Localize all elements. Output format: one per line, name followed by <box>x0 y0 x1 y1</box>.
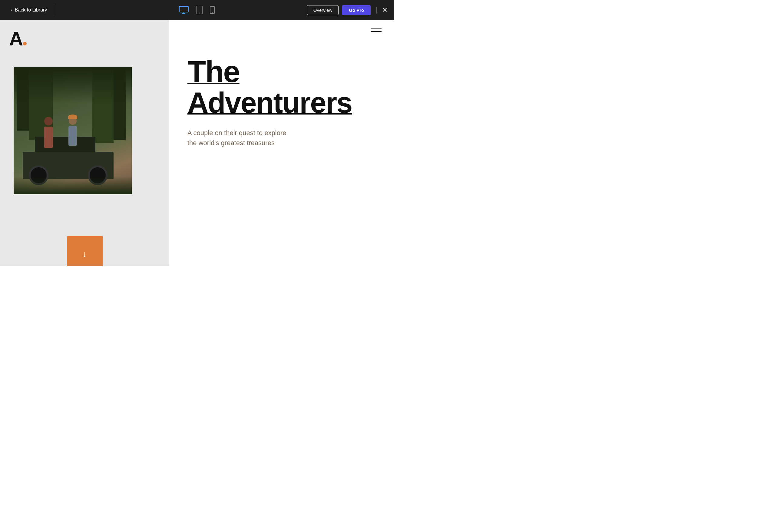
topbar-pipe-divider: | <box>376 6 377 14</box>
hero-subtitle-line2: the world's greatest treasures <box>187 139 275 147</box>
topbar-left: ‹ Back to Library <box>6 4 58 16</box>
hamburger-line-1 <box>371 28 381 29</box>
moss-overlay <box>14 67 132 103</box>
hero-image <box>14 67 132 194</box>
left-panel: A <box>0 20 169 266</box>
back-chevron-icon: ‹ <box>11 8 13 13</box>
ferns-overlay <box>14 176 132 194</box>
logo-letter: A <box>9 29 22 48</box>
person-1 <box>41 117 56 150</box>
topbar-center <box>179 6 215 14</box>
person-1-head <box>44 117 53 125</box>
person-2-body <box>69 126 77 146</box>
hero-title-line1: The <box>187 56 381 87</box>
back-label: Back to Library <box>15 7 47 13</box>
scene-background <box>14 67 132 194</box>
hero-title-area: The Adventurers A couple on their quest … <box>187 56 381 148</box>
hero-subtitle-line1: A couple on their quest to explore <box>187 129 287 137</box>
tablet-view-button[interactable] <box>196 6 202 14</box>
svg-rect-0 <box>179 6 188 12</box>
hamburger-menu-button[interactable] <box>371 28 381 32</box>
gopro-button[interactable]: Go Pro <box>342 5 371 15</box>
topbar: ‹ Back to Library <box>0 0 394 20</box>
hero-subtitle: A couple on their quest to explore the w… <box>187 128 381 148</box>
mobile-view-button[interactable] <box>210 6 215 14</box>
svg-point-6 <box>212 13 213 13</box>
person-1-body <box>44 127 53 148</box>
topbar-right: Overview Go Pro | ✕ <box>307 5 388 15</box>
logo-area: A <box>9 29 27 48</box>
hamburger-line-2 <box>371 31 381 32</box>
logo-dot <box>23 42 27 46</box>
scroll-arrow-icon: ↓ <box>83 249 87 259</box>
close-button[interactable]: ✕ <box>382 7 388 13</box>
svg-point-4 <box>199 13 200 14</box>
hero-image-inner <box>14 67 132 194</box>
person-2 <box>65 117 80 150</box>
back-to-library-button[interactable]: ‹ Back to Library <box>6 5 52 15</box>
right-panel: The Adventurers A couple on their quest … <box>169 20 394 266</box>
topbar-divider <box>55 4 55 16</box>
desktop-view-button[interactable] <box>179 6 189 14</box>
overview-button[interactable]: Overview <box>307 5 339 15</box>
person-2-hat <box>68 114 77 119</box>
hero-title-line2: Adventurers <box>187 87 381 119</box>
main-content: A <box>0 20 394 266</box>
scroll-down-button[interactable]: ↓ <box>67 236 103 266</box>
